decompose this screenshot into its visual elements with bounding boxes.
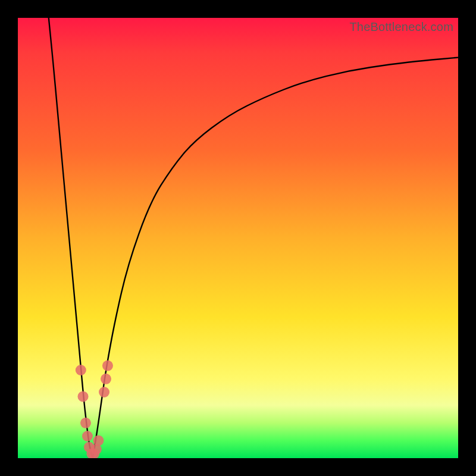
data-point — [102, 361, 113, 371]
curve-left-branch — [49, 18, 93, 458]
data-point — [82, 431, 93, 441]
curve-right-branch — [93, 58, 458, 458]
chart-overlay — [18, 18, 458, 458]
data-point — [80, 418, 91, 428]
data-points — [76, 361, 113, 458]
data-point — [101, 374, 111, 384]
data-point — [78, 391, 89, 402]
data-point — [99, 387, 109, 397]
chart-frame: TheBottleneck.com — [0, 0, 476, 476]
plot-area: TheBottleneck.com — [18, 18, 458, 458]
bottleneck-curve — [49, 18, 458, 458]
data-point — [93, 435, 104, 446]
data-point — [76, 365, 86, 375]
